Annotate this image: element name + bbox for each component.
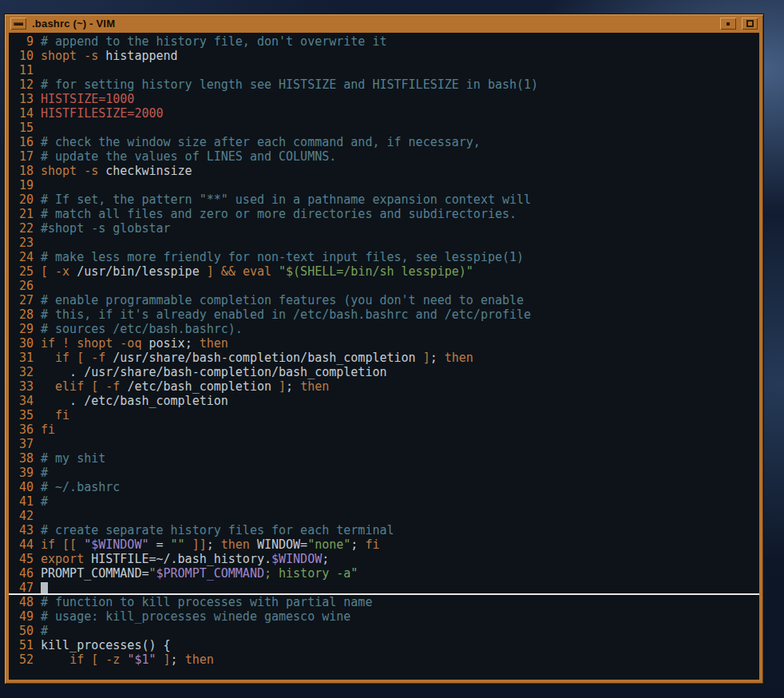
code-line: 40# ~/.bashrc — [9, 480, 759, 494]
code-line: 17# update the values of LINES and COLUM… — [9, 149, 759, 164]
code-line: 44if [[ "$WINDOW" = "" ]]; then WINDOW="… — [9, 537, 759, 552]
line-number: 41 — [12, 494, 34, 509]
maximize-icon — [746, 20, 754, 27]
code-line: 12# for setting history length see HISTS… — [9, 77, 759, 92]
code-line: 33 elif [ -f /etc/bash_completion ]; the… — [9, 379, 759, 394]
code-line: 13HISTSIZE=1000 — [9, 92, 759, 106]
line-number: 10 — [12, 49, 34, 63]
desktop: .bashrc (~) - VIM 9# append to the histo… — [0, 0, 784, 698]
line-number: 38 — [12, 451, 34, 466]
code-line: 43# create separate history files for ea… — [9, 523, 759, 537]
code-line: 19 — [9, 178, 759, 192]
window-menu-button[interactable] — [10, 18, 26, 30]
maximize-button[interactable] — [742, 18, 758, 30]
line-number: 20 — [12, 192, 34, 207]
line-number: 31 — [12, 351, 34, 365]
window-title: .bashrc (~) - VIM — [32, 18, 715, 30]
code-line: 18shopt -s checkwinsize — [9, 164, 759, 178]
line-number: 45 — [12, 552, 34, 566]
line-number: 33 — [12, 379, 34, 394]
line-number: 46 — [12, 566, 34, 581]
code-line: 24# make less more friendly for non-text… — [9, 250, 759, 264]
code-line: 34 . /etc/bash_completion — [9, 394, 759, 408]
code-line: 49# usage: kill_processes winede gamesco… — [9, 609, 759, 624]
code-line: 50# — [9, 624, 759, 638]
line-number: 11 — [12, 63, 34, 77]
line-number: 19 — [12, 178, 34, 192]
line-number: 52 — [12, 652, 34, 665]
code-line: 14HISTFILESIZE=2000 — [9, 106, 759, 121]
line-number: 48 — [12, 595, 34, 609]
line-number: 47 — [12, 581, 34, 595]
iconify-icon — [727, 22, 730, 26]
code-line: 21# match all files and zero or more dir… — [9, 207, 759, 221]
line-number: 50 — [12, 624, 34, 638]
line-number: 15 — [12, 121, 34, 135]
line-number: 42 — [12, 509, 34, 523]
text-cursor — [41, 582, 48, 593]
code-line: 31 if [ -f /usr/share/bash-completion/ba… — [9, 351, 759, 365]
code-line: 36fi — [9, 422, 759, 437]
code-line: 51kill_processes() { — [9, 638, 759, 652]
code-line: 28# this, if it's already enabled in /et… — [9, 307, 759, 322]
line-number: 16 — [12, 135, 34, 149]
line-number: 35 — [12, 408, 34, 422]
code-line: 45export HISTFILE=~/.bash_history.$WINDO… — [9, 552, 759, 566]
code-line: 26 — [9, 279, 759, 293]
line-number: 39 — [12, 466, 34, 480]
code-line: 15 — [9, 121, 759, 135]
line-number: 37 — [12, 437, 34, 451]
code-line: 52 if [ -z "$1" ]; then — [9, 652, 759, 665]
line-number: 27 — [12, 293, 34, 307]
titlebar[interactable]: .bashrc (~) - VIM — [9, 16, 759, 33]
code-line: 11 — [9, 63, 759, 77]
iconify-button[interactable] — [720, 18, 736, 30]
code-line: 35 fi — [9, 408, 759, 422]
editor-lines[interactable]: 9# append to the history file, don't ove… — [9, 33, 759, 665]
line-number: 25 — [12, 264, 34, 279]
code-line: 32 . /usr/share/bash-completion/bash_com… — [9, 365, 759, 379]
code-line: 39# — [9, 466, 759, 480]
line-number: 28 — [12, 307, 34, 322]
line-number: 9 — [12, 34, 34, 49]
code-line: 29# sources /etc/bash.bashrc). — [9, 322, 759, 336]
code-line: 30if ! shopt -oq posix; then — [9, 336, 759, 351]
code-line: 23 — [9, 236, 759, 250]
line-number: 24 — [12, 250, 34, 264]
line-number: 17 — [12, 149, 34, 164]
code-line: 22#shopt -s globstar — [9, 221, 759, 236]
vim-window: .bashrc (~) - VIM 9# append to the histo… — [5, 14, 763, 684]
code-line: 9# append to the history file, don't ove… — [9, 34, 759, 49]
line-number: 34 — [12, 394, 34, 408]
line-number: 23 — [12, 236, 34, 250]
code-line: 41# — [9, 494, 759, 509]
line-number: 22 — [12, 221, 34, 236]
code-line: 47 — [9, 581, 759, 595]
line-number: 49 — [12, 609, 34, 624]
line-number: 18 — [12, 164, 34, 178]
line-number: 44 — [12, 537, 34, 552]
code-line: 16# check the window size after each com… — [9, 135, 759, 149]
line-number: 13 — [12, 92, 34, 106]
line-number: 43 — [12, 523, 34, 537]
code-line: 25[ -x /usr/bin/lesspipe ] && eval "$(SH… — [9, 264, 759, 279]
line-number: 14 — [12, 106, 34, 121]
line-number: 30 — [12, 336, 34, 351]
window-menu-icon — [14, 22, 23, 26]
line-number: 32 — [12, 365, 34, 379]
vim-statusbar: "~/.bashrc" 230L, 7624B 47,0-1 4% — [9, 665, 759, 680]
line-number: 29 — [12, 322, 34, 336]
code-line: 37 — [9, 437, 759, 451]
code-line: 20# If set, the pattern "**" used in a p… — [9, 192, 759, 207]
line-number: 36 — [12, 422, 34, 437]
vim-editor[interactable]: 9# append to the history file, don't ove… — [9, 33, 759, 680]
code-line: 46PROMPT_COMMAND="$PROMPT_COMMAND; histo… — [9, 566, 759, 581]
code-line: 10shopt -s histappend — [9, 49, 759, 63]
line-number: 21 — [12, 207, 34, 221]
code-line: 48# function to kill processes with part… — [9, 595, 759, 609]
code-line: 27# enable programmable completion featu… — [9, 293, 759, 307]
code-line: 38# my shit — [9, 451, 759, 466]
line-number: 12 — [12, 77, 34, 92]
line-number: 26 — [12, 279, 34, 293]
code-line: 42 — [9, 509, 759, 523]
